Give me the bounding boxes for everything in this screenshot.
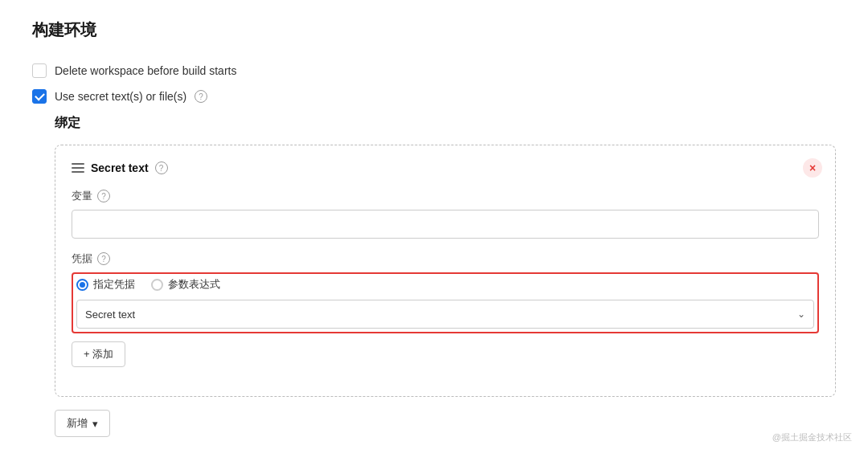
delete-workspace-checkbox[interactable] <box>32 63 47 78</box>
credential-row: 指定凭据 参数表达式 Secret text ⌄ <box>72 272 819 333</box>
new-btn-container: 新增 ▾ <box>55 410 836 437</box>
select-chevron-icon: ⌄ <box>797 309 805 320</box>
variable-input[interactable] <box>72 210 819 239</box>
new-button-chevron-icon: ▾ <box>92 418 98 430</box>
variable-field-group: 变量 ? <box>72 189 819 239</box>
radio-option-specify[interactable]: 指定凭据 <box>76 277 135 292</box>
credential-select[interactable]: Secret text ⌄ <box>76 300 814 329</box>
radio-expression-label: 参数表达式 <box>168 277 220 292</box>
use-secret-checkbox[interactable] <box>32 89 47 104</box>
secret-text-card: Secret text ? × 变量 ? 凭据 ? <box>55 145 836 397</box>
new-button[interactable]: 新增 ▾ <box>55 410 110 437</box>
credential-field-label: 凭据 ? <box>72 251 819 266</box>
credential-select-value: Secret text <box>85 309 135 321</box>
variable-field-label: 变量 ? <box>72 189 819 203</box>
add-button[interactable]: + 添加 <box>72 341 125 367</box>
page-container: 构建环境 Delete workspace before build start… <box>0 0 868 453</box>
radio-specify-circle[interactable] <box>76 279 88 291</box>
card-header: Secret text ? <box>72 161 819 174</box>
close-icon: × <box>809 161 816 174</box>
credential-help-icon[interactable]: ? <box>97 252 110 265</box>
delete-workspace-label: Delete workspace before build starts <box>55 64 236 77</box>
radio-specify-label: 指定凭据 <box>93 277 135 292</box>
credential-label-text: 凭据 <box>72 251 92 266</box>
close-button[interactable]: × <box>803 158 822 178</box>
binding-section: 绑定 Secret text ? × 变量 ? <box>32 115 836 437</box>
binding-title: 绑定 <box>55 115 836 132</box>
variable-label-text: 变量 <box>72 189 92 203</box>
card-title: Secret text <box>91 161 149 174</box>
card-help-icon[interactable]: ? <box>155 161 168 174</box>
drag-icon[interactable] <box>72 163 84 173</box>
variable-help-icon[interactable]: ? <box>97 190 110 202</box>
radio-group: 指定凭据 参数表达式 <box>76 277 814 292</box>
use-secret-label: Use secret text(s) or file(s) <box>55 90 186 103</box>
use-secret-row: Use secret text(s) or file(s) ? <box>32 89 836 104</box>
radio-option-expression[interactable]: 参数表达式 <box>151 277 220 292</box>
page-title: 构建环境 <box>32 19 836 41</box>
credential-field-group: 凭据 ? 指定凭据 参数表达式 <box>72 251 819 367</box>
use-secret-help-icon[interactable]: ? <box>194 90 207 103</box>
watermark: @掘土掘金技术社区 <box>772 431 852 443</box>
new-button-label: 新增 <box>67 416 88 431</box>
add-button-label: + 添加 <box>84 347 113 362</box>
radio-expression-circle[interactable] <box>151 279 163 291</box>
delete-workspace-row: Delete workspace before build starts <box>32 63 836 78</box>
